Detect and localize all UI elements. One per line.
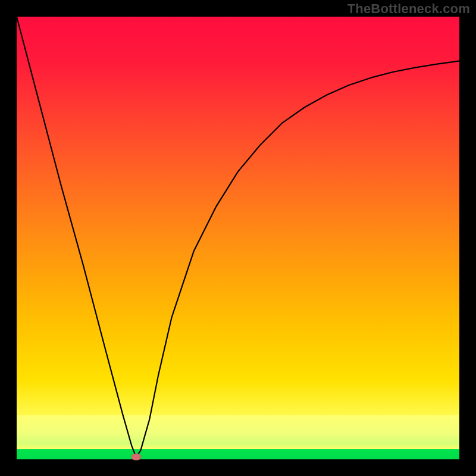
curve-svg: [17, 17, 459, 459]
plot-area: [17, 17, 459, 459]
bottleneck-curve: [17, 17, 459, 457]
watermark-text: TheBottleneck.com: [347, 1, 470, 17]
chart-frame: TheBottleneck.com: [0, 0, 476, 476]
minimum-marker: [131, 454, 141, 461]
